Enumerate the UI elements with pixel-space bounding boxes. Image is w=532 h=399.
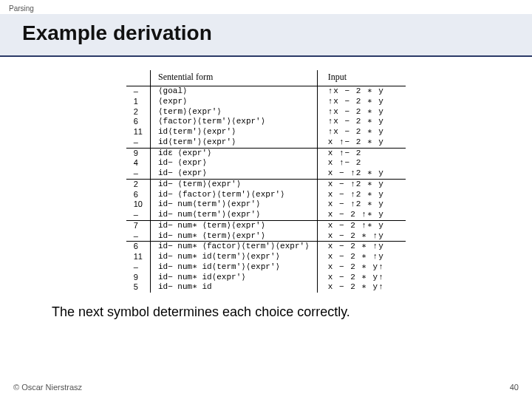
input-cell: x − 2 ∗ ↑y: [317, 242, 406, 252]
input-cell: x − 2 ∗ ↑y: [317, 252, 406, 262]
col-input: Input: [317, 70, 406, 86]
table-row: 5id− num∗ idx − 2 ∗ y↑: [126, 282, 406, 293]
input-cell: ↑x − 2 ∗ y: [317, 86, 406, 97]
table-row: 11id⟨term′⟩⟨expr′⟩↑x − 2 ∗ y: [126, 127, 406, 137]
input-cell: x − 2 ↑∗ y: [317, 220, 406, 231]
sentential-cell: id− num∗ ⟨factor⟩⟨term′⟩⟨expr′⟩: [150, 242, 317, 252]
rule-cell: 11: [126, 252, 151, 262]
rule-cell: 6: [126, 117, 151, 127]
input-cell: ↑x − 2 ∗ y: [317, 107, 406, 117]
table-row: 6⟨factor⟩⟨term′⟩⟨expr′⟩↑x − 2 ∗ y: [126, 117, 406, 127]
table-row: –⟨goal⟩↑x − 2 ∗ y: [126, 86, 406, 97]
input-cell: x − 2 ∗ y↑: [317, 282, 406, 293]
table-row: –id− ⟨expr⟩x − ↑2 ∗ y: [126, 168, 406, 179]
table-row: –id⟨term′⟩⟨expr′⟩x ↑− 2 ∗ y: [126, 137, 406, 148]
sentential-cell: ⟨expr⟩: [150, 97, 317, 107]
table-body: –⟨goal⟩↑x − 2 ∗ y1⟨expr⟩↑x − 2 ∗ y2⟨term…: [126, 86, 406, 293]
sentential-cell: id− num∗ id⟨term′⟩⟨expr′⟩: [150, 262, 317, 273]
content-area: Sentential form Input –⟨goal⟩↑x − 2 ∗ y1…: [0, 57, 532, 399]
rule-cell: 2: [126, 179, 151, 189]
rule-cell: 7: [126, 220, 151, 231]
sentential-cell: idε ⟨expr′⟩: [150, 148, 317, 158]
table-row: 4id− ⟨expr⟩x ↑− 2: [126, 158, 406, 168]
input-cell: x − 2 ∗ y↑: [317, 273, 406, 283]
sentential-cell: id− ⟨factor⟩⟨term′⟩⟨expr′⟩: [150, 190, 317, 200]
table-row: 7id− num∗ ⟨term⟩⟨expr′⟩x − 2 ↑∗ y: [126, 220, 406, 231]
input-cell: x − ↑2 ∗ y: [317, 200, 406, 210]
rule-cell: 9: [126, 148, 151, 158]
input-cell: x − ↑2 ∗ y: [317, 190, 406, 200]
input-cell: x − ↑2 ∗ y: [317, 168, 406, 179]
rule-cell: 6: [126, 190, 151, 200]
rule-cell: –: [126, 231, 151, 242]
input-cell: ↑x − 2 ∗ y: [317, 117, 406, 127]
sentential-cell: id⟨term′⟩⟨expr′⟩: [150, 127, 317, 137]
input-cell: x − ↑2 ∗ y: [317, 179, 406, 189]
sentential-cell: id− num∗ id: [150, 282, 317, 293]
table-row: 11id− num∗ id⟨term′⟩⟨expr′⟩x − 2 ∗ ↑y: [126, 252, 406, 262]
rule-cell: –: [126, 137, 151, 148]
table-row: 2id− ⟨term⟩⟨expr′⟩x − ↑2 ∗ y: [126, 179, 406, 189]
table-row: –id− num∗ id⟨term′⟩⟨expr′⟩x − 2 ∗ y↑: [126, 262, 406, 273]
table-row: 6id− ⟨factor⟩⟨term′⟩⟨expr′⟩x − ↑2 ∗ y: [126, 190, 406, 200]
rule-cell: –: [126, 86, 151, 97]
rule-cell: 5: [126, 282, 151, 293]
caption-text: The next symbol determines each choice c…: [0, 293, 350, 320]
table-row: –id− num⟨term′⟩⟨expr′⟩x − 2 ↑∗ y: [126, 210, 406, 220]
rule-cell: 4: [126, 158, 151, 168]
rule-cell: 10: [126, 200, 151, 210]
table-row: –id− num∗ ⟨term⟩⟨expr′⟩x − 2 ∗ ↑y: [126, 231, 406, 242]
table-row: 6id− num∗ ⟨factor⟩⟨term′⟩⟨expr′⟩x − 2 ∗ …: [126, 242, 406, 252]
derivation-table-wrap: Sentential form Input –⟨goal⟩↑x − 2 ∗ y1…: [126, 70, 406, 293]
derivation-table: Sentential form Input –⟨goal⟩↑x − 2 ∗ y1…: [126, 70, 406, 293]
rule-cell: 11: [126, 127, 151, 137]
input-cell: ↑x − 2 ∗ y: [317, 97, 406, 107]
slide: Parsing Example derivation Sentential fo…: [0, 0, 532, 399]
sentential-cell: id− ⟨term⟩⟨expr′⟩: [150, 179, 317, 189]
title-bar: Example derivation: [0, 14, 532, 57]
col-sentential: Sentential form: [150, 70, 317, 86]
table-row: 2⟨term⟩⟨expr′⟩↑x − 2 ∗ y: [126, 107, 406, 117]
input-cell: x ↑− 2: [317, 148, 406, 158]
input-cell: ↑x − 2 ∗ y: [317, 127, 406, 137]
sentential-cell: id− num∗ ⟨term⟩⟨expr′⟩: [150, 231, 317, 242]
rule-cell: –: [126, 168, 151, 179]
input-cell: x − 2 ∗ y↑: [317, 262, 406, 273]
sentential-cell: id− num⟨term′⟩⟨expr′⟩: [150, 210, 317, 220]
table-header-row: Sentential form Input: [126, 70, 406, 86]
sentential-cell: id− num⟨term′⟩⟨expr′⟩: [150, 200, 317, 210]
sentential-cell: id− num∗ id⟨expr′⟩: [150, 273, 317, 283]
rule-cell: 1: [126, 97, 151, 107]
slide-title: Example derivation: [22, 21, 510, 45]
input-cell: x − 2 ∗ ↑y: [317, 231, 406, 242]
input-cell: x ↑− 2: [317, 158, 406, 168]
sentential-cell: ⟨term⟩⟨expr′⟩: [150, 107, 317, 117]
table-row: 9id− num∗ id⟨expr′⟩x − 2 ∗ y↑: [126, 273, 406, 283]
table-row: 1⟨expr⟩↑x − 2 ∗ y: [126, 97, 406, 107]
table-row: 9idε ⟨expr′⟩x ↑− 2: [126, 148, 406, 158]
rule-cell: 6: [126, 242, 151, 252]
input-cell: x ↑− 2 ∗ y: [317, 137, 406, 148]
copyright: © Oscar Nierstrasz: [13, 383, 82, 392]
table-row: 10id− num⟨term′⟩⟨expr′⟩x − ↑2 ∗ y: [126, 200, 406, 210]
sentential-cell: ⟨factor⟩⟨term′⟩⟨expr′⟩: [150, 117, 317, 127]
sentential-cell: ⟨goal⟩: [150, 86, 317, 97]
rule-cell: 2: [126, 107, 151, 117]
col-rule: [126, 70, 151, 86]
footer: © Oscar Nierstrasz 40: [13, 383, 519, 392]
rule-cell: –: [126, 262, 151, 273]
sentential-cell: id− num∗ id⟨term′⟩⟨expr′⟩: [150, 252, 317, 262]
sentential-cell: id⟨term′⟩⟨expr′⟩: [150, 137, 317, 148]
rule-cell: –: [126, 210, 151, 220]
sentential-cell: id− ⟨expr⟩: [150, 158, 317, 168]
page-number: 40: [510, 383, 519, 392]
rule-cell: 9: [126, 273, 151, 283]
input-cell: x − 2 ↑∗ y: [317, 210, 406, 220]
sentential-cell: id− ⟨expr⟩: [150, 168, 317, 179]
sentential-cell: id− num∗ ⟨term⟩⟨expr′⟩: [150, 220, 317, 231]
topic-label: Parsing: [0, 0, 532, 14]
